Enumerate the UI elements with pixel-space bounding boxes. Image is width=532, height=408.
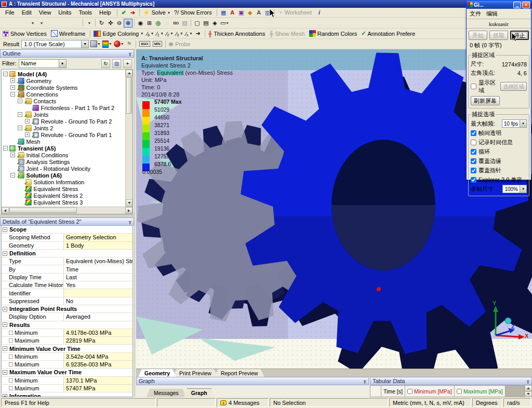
details-row[interactable]: − Integration Point Results [2, 305, 132, 313]
select-vertices-icon[interactable] [46, 19, 55, 28]
tree-expander[interactable]: − [18, 112, 22, 117]
thicken-annotations-button[interactable]: ╫ Thicken Annotations [207, 29, 268, 38]
triad-z-label[interactable]: Z [511, 323, 515, 330]
result-checkbox[interactable] [9, 378, 13, 383]
tree-expander[interactable]: + [10, 153, 15, 157]
menu-item[interactable]: Edit [18, 8, 35, 17]
edge-style-button[interactable]: ∕x ▾ [183, 29, 193, 38]
edge-style-button[interactable]: ∕1 ▾ [154, 29, 164, 38]
option-checkbox-row[interactable]: 覆盖边缘 [471, 156, 527, 166]
details-row[interactable]: − Minimum Value Over Time [2, 345, 132, 352]
pin-icon[interactable]: ┰ [364, 378, 366, 384]
select-faces-icon[interactable] [63, 19, 72, 28]
zoom-in-icon[interactable]: ⊕ [124, 19, 132, 28]
details-row[interactable]: Display Time Last [2, 274, 132, 281]
view-cube-icon[interactable]: ▾ [85, 19, 94, 28]
details-row[interactable]: − Scope [2, 226, 132, 234]
property-value[interactable]: Averaged [64, 313, 132, 320]
tree-item[interactable]: ✓ Joint - Rotational Velocity [2, 165, 125, 172]
random-colors-button[interactable]: Random Colors [308, 29, 360, 38]
title-bar[interactable]: A : Transient Structural - Mechanical [A… [0, 0, 532, 8]
expand-all-button[interactable]: + [123, 59, 132, 68]
details-section[interactable]: − Definition [2, 250, 132, 257]
property-value[interactable] [64, 289, 132, 296]
tree-item[interactable]: ✓ Equivalent Stress [2, 185, 125, 192]
geometry-color-button[interactable]: ▾ [113, 39, 124, 48]
tabular-max-column[interactable]: Maximum [MPa] [455, 385, 506, 397]
pin-icon[interactable]: ┰ [527, 378, 529, 384]
show-min-button[interactable]: MIN [152, 39, 163, 48]
tree-expander[interactable]: − [3, 146, 8, 151]
details-row[interactable]: Identifier [2, 289, 132, 297]
tree-item[interactable]: − Model (A4) [2, 71, 125, 77]
tree-expander[interactable]: − [10, 173, 15, 178]
pin-icon[interactable]: ┰ [129, 51, 131, 56]
show-max-button[interactable]: MAX [138, 39, 151, 48]
option-checkbox[interactable] [471, 130, 476, 136]
result-checkbox[interactable] [9, 338, 13, 343]
expand-collapse-button[interactable]: ▨ [112, 59, 121, 68]
details-row[interactable]: Minimum 1370.1 MPa [2, 377, 132, 385]
tree-item[interactable]: − ✓ Connections [2, 91, 125, 98]
tree-item[interactable]: ✓ Frictionless - Part 1 To Part 2 [2, 104, 125, 111]
property-value[interactable]: 1370.1 MPa [64, 377, 132, 384]
minimize-button[interactable]: ▁ [513, 2, 521, 8]
tree-expander[interactable]: + [10, 78, 15, 83]
triad-x-label[interactable]: X [525, 333, 528, 339]
viewport-tab[interactable]: Geometry [138, 369, 176, 377]
option-checkbox[interactable] [471, 177, 476, 183]
details-section[interactable]: + Information [2, 392, 132, 397]
property-value[interactable]: Equivalent (von-Mises) Stress [64, 257, 132, 265]
zoom-previous-icon[interactable]: ◌ [163, 19, 171, 28]
box-zoom-icon[interactable]: ⊞ [145, 19, 154, 28]
property-value[interactable]: Time [64, 265, 132, 273]
option-checkbox[interactable] [471, 149, 476, 155]
details-row[interactable]: − Definition [2, 250, 132, 257]
look-at-face-icon[interactable]: ▧ [180, 19, 189, 28]
tree-item[interactable]: − ✓ Joints [2, 111, 125, 118]
text-annotation-icon[interactable]: A [255, 8, 263, 17]
tree-item[interactable]: ✓ Mesh [2, 138, 125, 145]
property-value[interactable]: 1 Body [64, 242, 132, 249]
zoom-select-icon[interactable]: ◉ [136, 19, 145, 28]
wireframe-button[interactable]: Wireframe [50, 29, 88, 38]
scroll-down-button[interactable] [525, 391, 532, 398]
menu-item[interactable]: File [2, 8, 18, 17]
pin-icon[interactable]: ┰ [129, 219, 131, 224]
status-rad[interactable]: rad/s [503, 398, 531, 407]
window-layout-icon[interactable]: ▭ ▾ [219, 19, 229, 28]
tabular-min-column[interactable]: Minimum [MPa] [405, 385, 455, 397]
geometry-select-icon[interactable]: ▾ [28, 19, 37, 28]
tree-expander[interactable]: + [25, 132, 30, 137]
tabular-scrollbar[interactable] [525, 385, 532, 397]
details-section[interactable]: − Scope [2, 226, 132, 233]
tree-expander[interactable]: − [18, 126, 22, 130]
tabular-time-column[interactable]: Time [s] [381, 385, 405, 397]
tree-item[interactable]: + ✓ Initial Conditions [2, 152, 125, 158]
property-value[interactable]: Yes [64, 281, 132, 289]
fps-select[interactable]: 10 fps ▾ [502, 119, 527, 128]
status-messages[interactable]: i 4 Messages [217, 398, 269, 407]
image-capture-icon[interactable]: ▣ [237, 8, 246, 17]
details-row[interactable]: Maximum 6.9235e-003 MPa [2, 361, 132, 369]
option-checkbox-row[interactable]: 循环 [471, 147, 527, 156]
option-checkbox[interactable] [471, 158, 476, 164]
tree-item[interactable]: − ✓ Contacts [2, 98, 125, 104]
pan-icon[interactable]: ✜ [106, 19, 115, 28]
edge-style-button[interactable]: ∕2 ▾ [164, 29, 174, 38]
info-button[interactable]: i [315, 8, 324, 17]
tree-item[interactable]: ✓ Solution Information [2, 179, 125, 185]
max-column-checkbox[interactable] [457, 389, 462, 394]
tree-item[interactable]: ✓ Equivalent Stress 2 [2, 192, 125, 199]
property-value[interactable]: 4.9178e-003 MPa [64, 329, 132, 336]
details-row[interactable]: Display Option Averaged [2, 313, 132, 321]
tree-item[interactable]: + ✓ Revolute - Ground To Part 1 [2, 131, 125, 138]
recorder-menu-item[interactable]: 文件 [470, 10, 481, 18]
tree-item[interactable]: + ✓ Revolute - Ground To Part 2 [2, 118, 125, 125]
property-value[interactable]: 3.542e-004 MPa [64, 353, 132, 360]
tree-horizontal-scrollbar[interactable] [2, 207, 132, 214]
section-expander[interactable]: − [3, 227, 7, 232]
tree-item[interactable]: + ✓ Geometry [2, 77, 125, 84]
details-section[interactable]: − Maximum Value Over Time [2, 369, 132, 376]
result-checkbox[interactable] [9, 386, 13, 390]
